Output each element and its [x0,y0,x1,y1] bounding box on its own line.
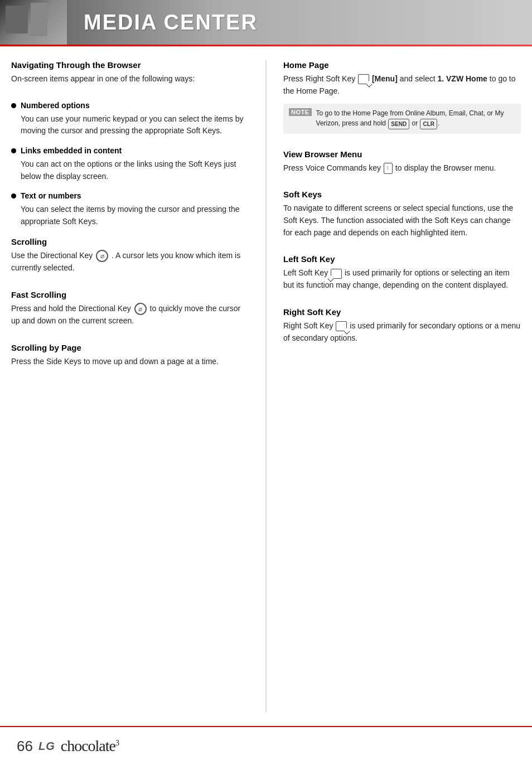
section-home-page: Home Page Press Right Soft Key [Menu] an… [283,60,521,134]
home-page-body: Press Right Soft Key [Menu] and select 1… [283,73,521,97]
left-soft-key-icon [331,269,342,279]
list-item: Text or numbers You can select the items… [11,191,249,227]
header: MEDIA CENTER [0,0,532,45]
bullet-list: Numbered options You can use your numeri… [11,101,249,228]
footer-logo-brand: chocolate3 [61,737,119,755]
left-soft-key-title: Left Soft Key [283,254,521,264]
right-soft-key-title: Right Soft Key [283,307,521,317]
note-text: To go to the Home Page from Online Album… [316,108,515,129]
soft-keys-body: To navigate to different screens or sele… [283,202,521,239]
bullet-dot [11,193,16,198]
home-page-title: Home Page [283,60,521,70]
right-soft-key-body: Right Soft Key is used primarily for sec… [283,320,521,344]
scrolling-by-page-title: Scrolling by Page [11,343,249,352]
section-soft-keys: Soft Keys To navigate to different scree… [283,190,521,239]
soft-keys-title: Soft Keys [283,190,521,199]
page-number: 66 [17,738,33,755]
right-soft-key-icon-menu [358,74,369,84]
right-soft-key-icon-rsk [336,321,347,331]
bullet-item-body-links: You can act on the options or the links … [21,158,249,182]
section-right-soft-key: Right Soft Key Right Soft Key is used pr… [283,307,521,344]
scrolling-title: Scrolling [11,237,249,246]
bullet-item-body-text-numbers: You can select the items by moving the c… [21,204,249,227]
section-fast-scrolling: Fast Scrolling Press and hold the Direct… [11,290,249,327]
view-browser-menu-title: View Browser Menu [283,149,521,159]
view-browser-menu-body: Press Voice Commands key ⁝ to display th… [283,162,521,175]
section-left-soft-key: Left Soft Key Left Soft Key is used prim… [283,254,521,291]
footer-logo-lg: LG [38,740,55,753]
list-item: Links embedded in content You can act on… [11,146,249,182]
scrolling-body: Use the Directional Key . A cursor lets … [11,250,249,274]
bullet-dot [11,148,16,153]
bullet-item-title-links: Links embedded in content [11,146,249,155]
voice-commands-key-icon: ⁝ [384,163,393,174]
column-divider [265,60,267,712]
header-image [0,0,67,45]
send-key-badge: SEND [388,119,409,129]
directional-key-icon [96,250,108,262]
section-view-browser-menu: View Browser Menu Press Voice Commands k… [283,149,521,175]
footer-logo-sup: 3 [115,739,119,747]
footer: 66 LG chocolate3 [0,726,532,765]
main-content: Navigating Through the Browser On-screen… [0,46,532,726]
fast-scrolling-body: Press and hold the Directional Key to qu… [11,303,249,327]
scrolling-by-page-body: Press the Side Keys to move up and down … [11,356,249,368]
bullet-item-title-text-numbers: Text or numbers [11,191,249,200]
directional-key-icon-fast [134,303,147,315]
bullet-dot [11,103,16,108]
page: MEDIA CENTER Navigating Through the Brow… [0,0,532,765]
left-column: Navigating Through the Browser On-screen… [11,60,249,712]
navigating-title: Navigating Through the Browser [11,60,249,70]
bullet-item-title-numbered: Numbered options [11,101,249,110]
clr-key-badge: CLR [420,119,437,129]
right-column: Home Page Press Right Soft Key [Menu] an… [283,60,521,712]
note-label: NOTE [289,108,312,116]
section-scrolling-by-page: Scrolling by Page Press the Side Keys to… [11,343,249,368]
section-navigating: Navigating Through the Browser On-screen… [11,60,249,85]
list-item: Numbered options You can use your numeri… [11,101,249,137]
navigating-body: On-screen items appear in one of the fol… [11,73,249,85]
fast-scrolling-title: Fast Scrolling [11,290,249,299]
left-soft-key-body: Left Soft Key is used primarily for opti… [283,267,521,291]
section-scrolling: Scrolling Use the Directional Key . A cu… [11,237,249,274]
bullet-item-body-numbered: You can use your numeric keypad or you c… [21,113,249,137]
note-box: NOTE To go to the Home Page from Online … [283,104,521,133]
